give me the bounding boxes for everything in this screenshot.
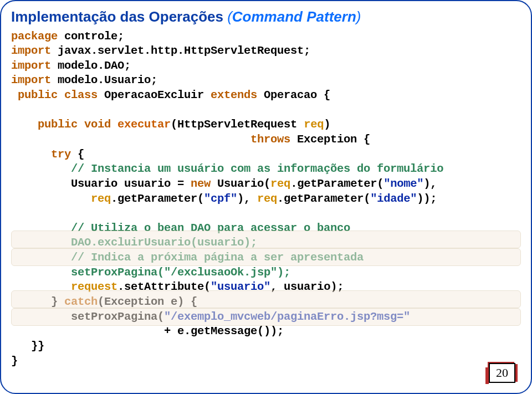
kw-package: package (11, 30, 58, 43)
kw-try: try (11, 148, 71, 161)
t: Exception { (290, 133, 370, 146)
t: .getParameter( (277, 192, 370, 205)
t: } (11, 295, 64, 308)
slide-frame: Implementação das Operações (Command Pat… (0, 0, 532, 394)
t: (HttpServletRequest (171, 118, 304, 131)
comment: // Instancia um usuário com as informaçõ… (11, 162, 443, 175)
title-main: Implementação das Operações (11, 8, 223, 25)
title-paren-open: ( (223, 8, 232, 25)
title-paren-close: ) (356, 8, 361, 25)
fn-name: executar (117, 118, 171, 131)
str: "nome" (383, 177, 423, 190)
kw-import: import (11, 59, 51, 72)
t: modelo.DAO; (51, 59, 131, 72)
kw-import: import (11, 44, 51, 57)
str: "usuario" (211, 280, 270, 293)
comment: // Utiliza o bean DAO para acessar o ban… (11, 222, 350, 234)
t: .getParameter( (290, 177, 383, 190)
kw-import: import (11, 74, 51, 86)
kw-extends: extends (211, 89, 257, 101)
t: .getParameter( (111, 192, 204, 205)
t: ) (324, 118, 330, 131)
kw-void: public void (11, 118, 117, 131)
t: ), (423, 177, 437, 190)
kw-class: public class (11, 89, 98, 101)
t: ); (277, 266, 290, 279)
str: "cpf" (204, 192, 237, 205)
t: }} (11, 340, 44, 352)
t: setProxPagina( (11, 266, 164, 279)
t: setProxPagina( (11, 310, 164, 323)
t: (Exception e) { (98, 295, 197, 308)
t: req (257, 192, 277, 205)
t: req (270, 177, 290, 190)
page-number-badge: 20 (489, 363, 515, 383)
str: "idade" (370, 192, 417, 205)
t: modelo.Usuario; (51, 74, 157, 86)
title-pattern: Command Pattern (232, 8, 356, 25)
kw-throws: throws (250, 133, 290, 146)
t: Usuario usuario = (11, 177, 191, 190)
comment: // Indica a próxima página a ser apresen… (11, 251, 364, 264)
kw-catch: catch (64, 295, 98, 308)
param: req (304, 118, 324, 131)
str: "/exemplo_mvcweb/paginaErro.jsp?msg=" (164, 310, 410, 323)
t: } (11, 355, 18, 367)
t: + e.getMessage()); (11, 325, 284, 337)
t: , usuario); (270, 280, 344, 293)
t: ), (237, 192, 257, 205)
str: "/exclusaoOk.jsp" (164, 266, 277, 279)
t: controle; (58, 30, 124, 43)
t: javax.servlet.http.HttpServletRequest; (51, 44, 310, 57)
t: Operacao { (257, 89, 330, 101)
page-number: 20 (496, 365, 508, 381)
code-block: package controle; import javax.servlet.h… (11, 29, 521, 369)
t: OperacaoExcluir (98, 89, 211, 101)
t: .setAttribute( (117, 280, 211, 293)
kw-new: new (191, 177, 211, 190)
t: req (11, 192, 111, 205)
t: request (11, 280, 117, 293)
code-line: DAO.excluirUsuario(usuario); (11, 236, 257, 249)
slide-title: Implementação das Operações (Command Pat… (11, 8, 521, 26)
t: Usuario( (211, 177, 270, 190)
t: )); (417, 192, 437, 205)
t: { (71, 148, 84, 161)
